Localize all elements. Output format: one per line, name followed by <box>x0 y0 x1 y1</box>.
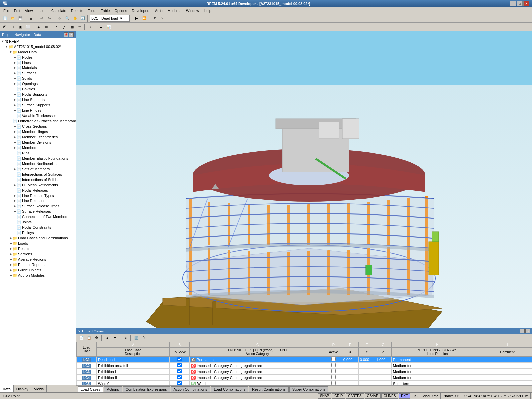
tree-printout[interactable]: ▶ 📁 Printout Reports <box>0 262 76 267</box>
glines-btn[interactable]: GLINES <box>381 393 398 399</box>
tree-ortho[interactable]: 📄 Orthotropic Surfaces and Membranes <box>0 118 76 124</box>
tree-line-supports[interactable]: ▶ 📄 Line Supports <box>0 97 76 102</box>
line-btn[interactable]: ╱ <box>61 23 68 31</box>
ff-btn[interactable]: ⏩ <box>141 15 148 22</box>
tree-ribs[interactable]: 📄 Ribs <box>0 150 76 156</box>
menu-item-results[interactable]: Results <box>69 8 85 13</box>
tree-sets-of-members[interactable]: ▶ 📄 Sets of Members ' <box>0 166 76 172</box>
tree-materials[interactable]: ▶ 📄 Materials <box>0 65 76 70</box>
lc-up-btn[interactable]: ▲ <box>104 334 111 342</box>
tree-member-nonlin[interactable]: 📄 Member Nonlinearities <box>0 161 76 166</box>
tree-pulleys[interactable]: 📄 Pulleys <box>0 230 76 235</box>
menu-item-edit[interactable]: Edit <box>12 8 22 13</box>
menu-item-help[interactable]: Help <box>202 8 213 13</box>
cartes-btn[interactable]: CARTES <box>346 393 364 399</box>
tree-lines[interactable]: ▶ 📄 Lines <box>0 60 76 65</box>
results-btn[interactable]: 📊 <box>105 23 112 31</box>
lc-fx-btn[interactable]: fx <box>140 334 148 342</box>
menu-item-calculate[interactable]: Calculate <box>49 8 68 13</box>
tree-members[interactable]: ▶ 📄 Members <box>0 145 76 150</box>
row-sw-checkbox[interactable] <box>331 375 336 379</box>
minimize-button[interactable]: — <box>510 1 516 6</box>
tree-intersect-surf[interactable]: 📄 Intersections of Surfaces <box>0 172 76 177</box>
table-row[interactable]: LC5 Wind 0 W Wind Short-term <box>77 381 532 386</box>
tree-member-divisions[interactable]: ▶ 📄 Member Divisions <box>0 140 76 145</box>
tree-member-eccentricities[interactable]: ▶ 📄 Member Eccentricities <box>0 134 76 140</box>
lc-new-btn[interactable]: 📄 <box>78 334 85 342</box>
tree-solids[interactable]: ▶ 📄 Solids <box>0 76 76 81</box>
snap-btn[interactable]: SNAP <box>318 393 331 399</box>
tree-cavities[interactable]: 📄 Cavities <box>0 86 76 92</box>
tree-model-data[interactable]: ▼ 📁 Model Data <box>0 49 76 55</box>
play-btn[interactable]: ▶ <box>133 15 140 22</box>
tree-nodes[interactable]: ▶ 📄 Nodes <box>0 55 76 60</box>
open-btn[interactable]: 📂 <box>9 15 16 22</box>
render-btn[interactable]: ◈ <box>35 23 42 31</box>
tree-cross-sections[interactable]: ▶ 📄 Cross-Sections <box>0 124 76 129</box>
row-solve-checkbox[interactable] <box>177 375 182 379</box>
tree-fe-mesh[interactable]: ▶ 📄 FE Mesh Refinements <box>0 182 76 188</box>
save-btn[interactable]: 💾 <box>17 15 24 22</box>
maximize-button[interactable]: □ <box>517 1 523 6</box>
tab-action-combinations[interactable]: Action Combinations <box>171 386 210 392</box>
tree-sections[interactable]: ▶ 📁 Sections <box>0 251 76 257</box>
close-button[interactable]: ✕ <box>523 1 529 6</box>
tree-model[interactable]: ▼ 📁 A2T231015_model 00.08.02* <box>0 44 76 49</box>
row-solve-cell[interactable] <box>170 381 190 386</box>
tree-addon[interactable]: ▶ 📁 Add-on Modules <box>0 273 76 278</box>
bottom-minimize-btn[interactable]: — <box>520 329 525 333</box>
nav-close-btn[interactable]: ✕ <box>69 32 74 37</box>
view-side-btn[interactable]: ▣ <box>17 23 24 31</box>
tree-line-release-types[interactable]: ▶ 📄 Line Release Types <box>0 193 76 198</box>
tree-guide-objects[interactable]: ▶ 📁 Guide Objects <box>0 267 76 273</box>
table-row[interactable]: LC4 Exhibition II Q Imposed - Category C… <box>77 375 532 381</box>
menu-item-file[interactable]: File <box>1 8 11 13</box>
node-btn[interactable]: • <box>53 23 60 31</box>
row-sw-active-cell[interactable] <box>325 381 342 386</box>
wireframe-btn[interactable]: ⊞ <box>43 23 50 31</box>
tree-avg-regions[interactable]: ▶ 📁 Average Regions <box>0 257 76 262</box>
row-solve-cell[interactable] <box>170 369 190 375</box>
row-solve-checkbox[interactable] <box>177 369 182 373</box>
lc-del-btn[interactable]: 🗑 <box>93 334 100 342</box>
load-btn[interactable]: ↓ <box>87 23 94 31</box>
nav-tab-views[interactable]: Views <box>31 385 47 392</box>
table-row[interactable]: LC3 Exhibition I Q Imposed - Category C:… <box>77 369 532 375</box>
row-sw-active-cell[interactable] <box>325 357 342 363</box>
tree-member-elastic[interactable]: 📄 Member Elastic Foundations <box>0 156 76 161</box>
row-sw-checkbox[interactable] <box>331 357 336 361</box>
menu-item-tools[interactable]: Tools <box>86 8 98 13</box>
lc-copy-btn[interactable]: 📋 <box>85 334 93 342</box>
tab-load-combinations[interactable]: Load Combinations <box>211 386 248 392</box>
tree-openings[interactable]: ▶ 📄 Openings <box>0 81 76 86</box>
tree-joints[interactable]: 📄 Joints <box>0 219 76 225</box>
view-top-btn[interactable]: ⬜ <box>24 23 32 31</box>
undo-btn[interactable]: ↩ <box>38 15 45 22</box>
lc-filter-btn[interactable]: ≡ <box>122 334 129 342</box>
row-solve-cell[interactable] <box>170 357 190 363</box>
view-3d-btn[interactable]: 🗗 <box>1 23 9 31</box>
help-btn[interactable]: ? <box>159 15 166 22</box>
member-btn[interactable]: ═ <box>76 23 83 31</box>
row-sw-checkbox[interactable] <box>331 363 336 367</box>
tree-surface-release-types[interactable]: ▶ 📄 Surface Release Types <box>0 203 76 209</box>
tab-super-combinations[interactable]: Super Combinations <box>289 386 329 392</box>
tree-line-hinges[interactable]: ▶ 📄 Line Hinges <box>0 108 76 113</box>
tree-nodal-supports[interactable]: ▶ 📄 Nodal Supports <box>0 92 76 97</box>
tab-result-combinations[interactable]: Result Combinations <box>249 386 289 392</box>
grid-btn[interactable]: GRID <box>332 393 345 399</box>
load-case-dropdown[interactable]: LC1 - Dead load ▼ <box>90 15 130 22</box>
analyze-btn[interactable]: ▲ <box>97 23 105 31</box>
row-sw-checkbox[interactable] <box>331 369 336 373</box>
zoom-btn[interactable]: 🔍 <box>64 15 71 22</box>
lc-calc-btn[interactable]: 🔢 <box>133 334 140 342</box>
tree-nodal-releases[interactable]: 📄 Nodal Releases <box>0 188 76 193</box>
bottom-expand-btn[interactable]: □ <box>525 329 530 333</box>
osnap-btn[interactable]: OSNAP <box>365 393 381 399</box>
tree-results[interactable]: ▶ 📁 Results <box>0 246 76 251</box>
menu-item-developers[interactable]: Developers <box>130 8 152 13</box>
surface-btn[interactable]: ▦ <box>68 23 76 31</box>
tree-var-thick[interactable]: 📄 Variable Thicknesses <box>0 113 76 118</box>
tree-load-cases[interactable]: ▶ 📁 Load Cases and Combinations <box>0 235 76 241</box>
tree-nodal-constraints[interactable]: 📄 Nodal Constraints <box>0 225 76 230</box>
